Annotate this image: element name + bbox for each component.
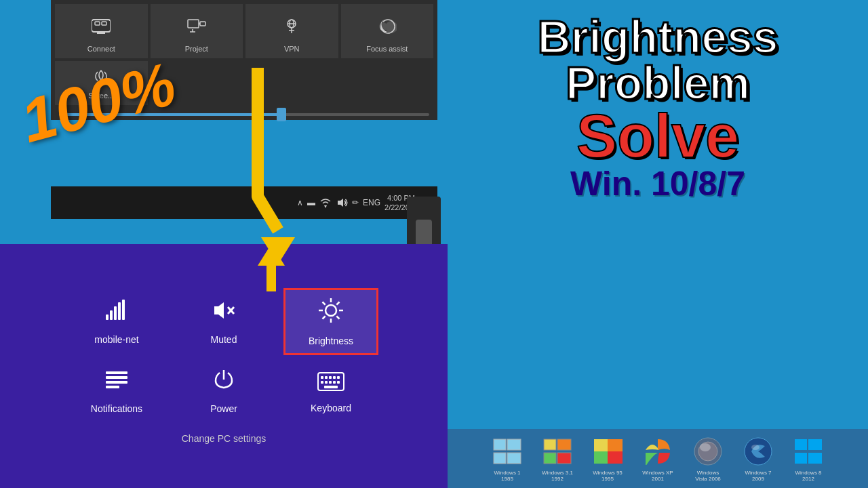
svg-rect-50 bbox=[333, 376, 336, 379]
vpn-label: VPN bbox=[284, 45, 300, 53]
svg-rect-73 bbox=[795, 453, 807, 464]
brightness-label: Brightness bbox=[309, 336, 353, 346]
brightness-icon bbox=[317, 297, 344, 330]
svg-rect-51 bbox=[337, 376, 340, 379]
win31-logo: Windows 3.11992 bbox=[534, 434, 580, 483]
winvista-logo: WindowsVista 2006 bbox=[685, 434, 731, 483]
svg-rect-65 bbox=[557, 453, 571, 464]
vpn-icon bbox=[281, 17, 302, 41]
bottom-grid: mobile-net Muted bbox=[56, 288, 392, 414]
win-version-text: Win. 10/8/7 bbox=[537, 167, 778, 201]
svg-point-68 bbox=[700, 443, 711, 451]
svg-marker-19 bbox=[338, 199, 343, 207]
svg-rect-48 bbox=[325, 376, 328, 379]
connect-icon bbox=[91, 18, 111, 41]
svg-rect-72 bbox=[808, 439, 822, 450]
svg-rect-47 bbox=[321, 376, 323, 379]
svg-rect-27 bbox=[118, 302, 121, 320]
win8-logo: Windows 82012 bbox=[785, 434, 831, 483]
vpn-tile[interactable]: VPN bbox=[245, 4, 338, 58]
project-label: Project bbox=[185, 45, 208, 53]
focus-assist-tile[interactable]: Focus assist bbox=[341, 4, 434, 58]
svg-rect-41 bbox=[106, 371, 127, 374]
right-panel: Brightness Problem Solve Win. 10/8/7 Win… bbox=[448, 0, 868, 488]
svg-rect-56 bbox=[337, 381, 340, 384]
power-label: Power bbox=[210, 403, 237, 414]
brightness-tile[interactable]: Brightness bbox=[283, 288, 378, 355]
svg-rect-71 bbox=[795, 439, 807, 450]
win7-label: Windows 72009 bbox=[745, 470, 771, 483]
notifications-label: Notifications bbox=[91, 403, 142, 414]
winxp-icon bbox=[635, 434, 681, 468]
notifications-icon bbox=[104, 367, 129, 398]
svg-rect-63 bbox=[557, 439, 571, 450]
bottom-panel: mobile-net Muted bbox=[0, 244, 448, 488]
taskbar-pen[interactable]: ✏ bbox=[352, 198, 359, 207]
taskbar-wifi[interactable] bbox=[319, 197, 332, 208]
left-panel: Connect Project bbox=[0, 0, 448, 488]
winvista-label: WindowsVista 2006 bbox=[695, 470, 721, 483]
power-tile[interactable]: Power bbox=[176, 367, 271, 414]
svg-rect-28 bbox=[122, 300, 125, 320]
svg-rect-52 bbox=[321, 381, 323, 384]
keyboard-tile[interactable]: Keyboard bbox=[283, 367, 378, 414]
svg-line-40 bbox=[323, 316, 326, 319]
muted-label: Muted bbox=[211, 334, 237, 345]
svg-rect-44 bbox=[106, 386, 119, 388]
power-icon bbox=[212, 367, 236, 398]
project-icon bbox=[186, 18, 207, 41]
svg-point-70 bbox=[751, 445, 760, 450]
svg-rect-61 bbox=[507, 453, 521, 464]
connect-tile[interactable]: Connect bbox=[55, 4, 148, 58]
svg-rect-55 bbox=[333, 381, 336, 384]
svg-marker-29 bbox=[214, 302, 224, 319]
mobile-net-tile[interactable]: mobile-net bbox=[69, 288, 164, 355]
mobile-net-icon bbox=[104, 298, 129, 329]
taskbar-chevron[interactable]: ∧ bbox=[297, 198, 303, 207]
focus-assist-label: Focus assist bbox=[366, 45, 408, 53]
title-line2: Problem bbox=[537, 60, 778, 106]
ac-grid: Connect Project bbox=[51, 0, 437, 61]
svg-rect-24 bbox=[106, 314, 108, 320]
win1-icon bbox=[484, 434, 530, 468]
keyboard-label: Keyboard bbox=[311, 403, 351, 413]
win7-icon bbox=[735, 434, 781, 468]
svg-rect-43 bbox=[106, 381, 127, 384]
win8-label: Windows 82012 bbox=[795, 470, 821, 483]
win31-icon bbox=[534, 434, 580, 468]
solve-text: Solve bbox=[537, 106, 778, 167]
muted-tile[interactable]: Muted bbox=[176, 288, 271, 355]
svg-rect-49 bbox=[329, 376, 332, 379]
svg-rect-7 bbox=[200, 22, 205, 26]
title-line1: Brightness bbox=[537, 14, 778, 60]
svg-line-37 bbox=[323, 302, 326, 305]
win95-icon bbox=[585, 434, 631, 468]
svg-rect-58 bbox=[494, 439, 506, 450]
brightness-slider-thumb[interactable] bbox=[277, 108, 286, 121]
taskbar: ∧ ▬ ✏ ENG 4:00 PM 2/22/2019 💬 bbox=[51, 186, 437, 219]
win7-logo: Windows 72009 bbox=[735, 434, 781, 483]
svg-rect-42 bbox=[106, 376, 127, 379]
connect-label: Connect bbox=[87, 45, 115, 53]
svg-rect-25 bbox=[110, 310, 113, 320]
svg-rect-62 bbox=[544, 439, 556, 450]
win95-logo: Windows 951995 bbox=[585, 434, 631, 483]
win31-label: Windows 3.11992 bbox=[542, 470, 573, 483]
win95-label: Windows 951995 bbox=[593, 470, 623, 483]
focus-assist-icon bbox=[378, 17, 397, 41]
logos-row: Windows 11985 Windows 3.11992 bbox=[448, 429, 868, 488]
win8-icon bbox=[785, 434, 831, 468]
taskbar-battery: ▬ bbox=[307, 198, 315, 207]
muted-icon bbox=[212, 298, 236, 329]
svg-line-38 bbox=[336, 316, 339, 319]
taskbar-lang[interactable]: ENG bbox=[363, 198, 380, 207]
mobile-net-label: mobile-net bbox=[94, 334, 138, 345]
svg-rect-6 bbox=[188, 20, 199, 28]
winxp-logo: Windows XP2001 bbox=[635, 434, 681, 483]
win1-logo: Windows 11985 bbox=[484, 434, 530, 483]
notifications-tile[interactable]: Notifications bbox=[69, 367, 164, 414]
svg-point-32 bbox=[326, 305, 336, 316]
change-pc-settings[interactable]: Change PC settings bbox=[182, 433, 267, 444]
taskbar-volume[interactable] bbox=[336, 197, 348, 208]
winvista-icon bbox=[685, 434, 731, 468]
